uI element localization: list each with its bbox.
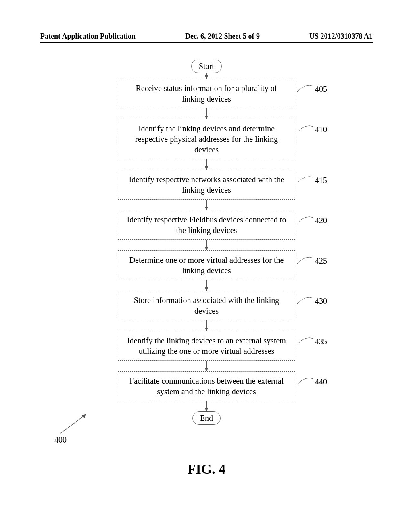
leader-line-icon	[297, 216, 313, 225]
reference-label: 420	[295, 215, 327, 226]
reference-label: 405	[295, 84, 327, 94]
flow-arrow	[206, 320, 207, 331]
terminator-end: End	[192, 411, 221, 425]
leader-line-icon	[297, 337, 313, 346]
ref-number: 440	[315, 376, 327, 387]
flowchart: Start Receive status information for a p…	[0, 60, 413, 425]
reference-label: 410	[295, 124, 327, 135]
process-step-440: Facilitate communications between the ex…	[118, 371, 295, 401]
ref-number: 435	[315, 336, 327, 347]
step-text: Receive status information for a plurali…	[136, 84, 277, 103]
leader-line-icon	[297, 256, 313, 265]
terminator-start: Start	[191, 60, 222, 73]
reference-label: 440	[295, 376, 327, 387]
process-step-405: Receive status information for a plurali…	[118, 79, 295, 108]
step-text: Identify the linking devices and determi…	[135, 124, 278, 154]
process-step-425: Determine one or more virtual addresses …	[118, 250, 295, 280]
flow-arrow	[206, 240, 207, 250]
reference-label: 415	[295, 175, 327, 185]
reference-label: 425	[295, 256, 327, 266]
process-step-410: Identify the linking devices and determi…	[118, 119, 295, 159]
step-text: Identify the linking devices to an exter…	[127, 336, 286, 355]
step-text: Identify respective networks associated …	[129, 175, 284, 194]
figure-reference-arrow-icon	[56, 411, 93, 435]
ref-number: 405	[315, 84, 327, 94]
step-text: Identify respective Fieldbus devices con…	[127, 215, 286, 235]
ref-number: 420	[315, 215, 327, 226]
flow-arrow	[206, 73, 207, 79]
step-text: Facilitate communications between the ex…	[129, 376, 284, 396]
process-step-430: Store information associated with the li…	[118, 291, 295, 320]
step-text: Determine one or more virtual addresses …	[129, 256, 284, 275]
svg-marker-0	[82, 414, 86, 418]
header-center: Dec. 6, 2012 Sheet 5 of 9	[185, 32, 260, 41]
flow-arrow	[206, 401, 207, 411]
flow-arrow	[206, 159, 207, 170]
figure-caption: FIG. 4	[0, 461, 413, 477]
process-step-415: Identify respective networks associated …	[118, 170, 295, 200]
step-text: Store information associated with the li…	[134, 296, 280, 315]
flow-arrow	[206, 361, 207, 371]
ref-number: 410	[315, 124, 327, 135]
flow-arrow	[206, 200, 207, 210]
figure-overall-ref: 400	[54, 435, 67, 445]
reference-label: 435	[295, 336, 327, 347]
process-step-420: Identify respective Fieldbus devices con…	[118, 210, 295, 240]
ref-number: 415	[315, 175, 327, 185]
flow-arrow	[206, 280, 207, 291]
leader-line-icon	[297, 297, 313, 305]
header-right: US 2012/0310378 A1	[309, 32, 373, 41]
flow-arrow	[206, 108, 207, 119]
ref-number: 425	[315, 256, 327, 266]
header-divider	[40, 42, 373, 43]
leader-line-icon	[297, 377, 313, 386]
leader-line-icon	[297, 125, 313, 134]
leader-line-icon	[297, 85, 313, 94]
reference-label: 430	[295, 296, 327, 306]
process-step-435: Identify the linking devices to an exter…	[118, 331, 295, 361]
ref-number: 430	[315, 296, 327, 306]
leader-line-icon	[297, 176, 313, 185]
header-left: Patent Application Publication	[40, 32, 136, 41]
